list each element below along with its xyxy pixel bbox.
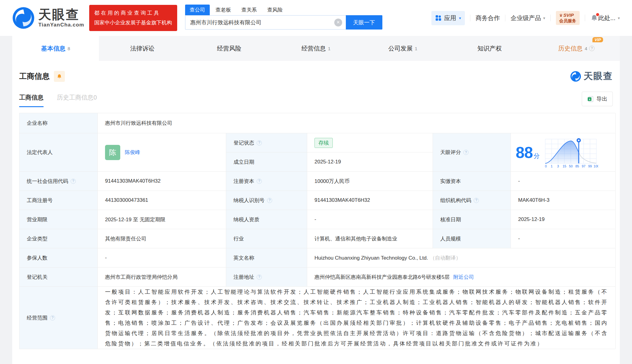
value-taxpayer-id: 91441303MAK40T6H32: [307, 191, 433, 210]
help-icon[interactable]: ?: [474, 198, 479, 203]
search-input[interactable]: [185, 15, 346, 30]
tab-label: 知识产权: [477, 44, 502, 53]
watermark-logo: 天眼查: [570, 70, 613, 82]
svg-text:99: 99: [588, 164, 592, 168]
subtab-row: 工商信息 历史工商信息0 x 导出: [19, 92, 613, 109]
value-company-type: 其他有限责任公司: [98, 229, 226, 248]
svg-text:15: 15: [563, 164, 566, 168]
label-insured-count: 参保人数: [27, 254, 47, 261]
nav-enterprise-products[interactable]: 企业级产品 ▾: [511, 14, 545, 22]
help-icon[interactable]: ?: [463, 150, 469, 155]
avatar[interactable]: 陈: [105, 145, 120, 160]
promo-badge: 都 在 用 的 商 业 查 询 工 具 国家中小企业发展子基金旗下机构: [89, 5, 177, 31]
subtab-business-info[interactable]: 工商信息: [19, 93, 44, 107]
tab-operation-risk[interactable]: 经营风险: [186, 36, 272, 61]
english-name-text: Huizhou Chuanxing Zhiyuan Technology Co.…: [314, 255, 428, 261]
help-icon[interactable]: ?: [71, 179, 76, 184]
label-approval-date: 核准日期: [440, 216, 461, 223]
value-staff-size: -: [511, 229, 616, 248]
search-tabs: 查公司 查老板 查关系 查风险: [185, 5, 382, 15]
watermark-brand: 天眼查: [584, 70, 613, 82]
svg-text:3: 3: [557, 164, 559, 168]
tab-count: 1: [415, 46, 417, 51]
label-industry: 行业: [233, 235, 244, 242]
clear-icon[interactable]: ×: [334, 19, 342, 26]
auto-translate-note: （自动翻译）: [430, 255, 461, 261]
help-icon[interactable]: ?: [50, 315, 55, 320]
value-taxpayer-qual: -: [307, 210, 433, 229]
export-button[interactable]: x 导出: [582, 92, 613, 106]
search-tab-risk[interactable]: 查风险: [263, 5, 287, 15]
value-company-name: 惠州市川行致远科技有限公司: [98, 113, 616, 133]
search-tab-company[interactable]: 查公司: [185, 5, 210, 15]
label-credit-code: 统一社会信用代码: [27, 178, 68, 185]
help-icon[interactable]: ?: [257, 275, 262, 280]
legal-rep-link[interactable]: 陈俊峰: [125, 149, 140, 156]
table-row: 法定代表人 陈 陈俊峰 登记状态? 存续 天眼评分? 88 分: [19, 133, 616, 152]
label-reg-capital: 注册资本: [233, 178, 254, 185]
nearby-companies-link[interactable]: 附近公司: [453, 274, 474, 280]
search-tab-boss[interactable]: 查老板: [211, 5, 236, 15]
promo-line2: 国家中小企业发展子基金旗下机构: [94, 18, 172, 28]
label-reg-status: 登记状态: [233, 139, 254, 146]
svip-membership-badge[interactable]: ♛SVIP 会员服务: [556, 11, 580, 25]
score-value: 88: [516, 143, 533, 162]
value-paid-capital: -: [511, 172, 616, 191]
value-reg-address: 惠州仲恺高新区惠南高新科技产业园惠泰北路6号研发楼5层附近公司: [307, 268, 616, 287]
notifications-button[interactable]: [590, 14, 598, 22]
tab-legal-litigation[interactable]: 法律诉讼: [99, 36, 186, 61]
tab-basic-info[interactable]: 基本信息8: [12, 36, 99, 61]
tab-count: 4: [585, 46, 587, 51]
divider: [505, 15, 505, 21]
status-badge: 存续: [314, 138, 333, 148]
help-icon[interactable]: ?: [257, 140, 262, 145]
chevron-down-icon: ▾: [618, 16, 620, 20]
value-business-scope: 一般项目：人工智能应用软件开发；人工智能理论与算法软件开发；人工智能硬件销售；人…: [98, 287, 616, 349]
tab-operation-info[interactable]: 经营信息1: [272, 36, 359, 61]
export-label: 导出: [596, 95, 607, 103]
chevron-down-icon: ▾: [459, 16, 461, 20]
company-nav-tabs: 基本信息8 法律诉讼 经营风险 经营信息1 公司发展1 知识产权 历史信息 4 …: [12, 36, 620, 61]
tab-label: 历史信息: [558, 44, 583, 53]
score-distribution-chart: 0 1 3 15 50 85 97 99 100: [545, 137, 598, 168]
label-taxpayer-qual: 纳税人资质: [233, 216, 259, 223]
label-company-type: 企业类型: [27, 235, 47, 242]
apps-menu[interactable]: 应用 ▾: [431, 11, 465, 25]
tianyancha-logo[interactable]: 天眼查 TianYanCha.com: [12, 7, 84, 29]
tab-company-development[interactable]: 公司发展1: [360, 36, 446, 61]
table-row: 统一社会信用代码? 91441303MAK40T6H32 注册资本? 10000…: [19, 172, 616, 191]
table-row: 企业类型 其他有限责任公司 行业 计算机、通信和其他电子设备制造业 人员规模 -: [19, 229, 616, 248]
search-button[interactable]: 天眼一下: [346, 15, 382, 30]
tab-intellectual-property[interactable]: 知识产权: [446, 36, 533, 61]
value-business-term: 2025-12-19 至 无固定期限: [98, 210, 226, 229]
help-icon[interactable]: ?: [589, 46, 595, 51]
tab-label: 法律诉讼: [130, 44, 155, 53]
tianyancha-logo-icon: [12, 7, 35, 29]
svg-text:85: 85: [575, 164, 579, 168]
help-icon[interactable]: ?: [257, 179, 262, 184]
help-icon[interactable]: ?: [267, 198, 272, 203]
search-tab-relation[interactable]: 查关系: [237, 5, 262, 15]
subtab-history-business-info[interactable]: 历史工商信息0: [57, 93, 97, 107]
value-reg-number: 441303000473361: [98, 191, 226, 210]
nav-business-coop[interactable]: 商务合作: [476, 14, 500, 22]
value-org-code: MAK40T6H-3: [511, 191, 616, 210]
tab-label: 经营信息: [301, 44, 326, 53]
value-industry: 计算机、通信和其他电子设备制造业: [307, 229, 433, 248]
svg-text:100: 100: [594, 164, 598, 168]
top-header: 天眼查 TianYanCha.com 都 在 用 的 商 业 查 询 工 具 国…: [0, 0, 632, 36]
label-reg-number: 工商注册号: [27, 197, 53, 204]
username: 此处...: [598, 14, 616, 22]
tianyan-score: 88 分: [516, 135, 610, 170]
tab-history-info[interactable]: 历史信息 4 ? VIP: [533, 36, 620, 61]
table-row: 营业期限 2025-12-19 至 无固定期限 纳税人资质 - 核准日期 202…: [19, 210, 616, 229]
notification-dot: [596, 13, 599, 16]
main-content: 工商信息 天眼查 工商信息 历史工商信息0 x 导出: [12, 61, 620, 364]
user-menu[interactable]: 此处... ▾: [598, 14, 620, 22]
value-english-name: Huizhou Chuanxing Zhiyuan Technology Co.…: [307, 248, 616, 268]
subscribe-bell-button[interactable]: [54, 71, 65, 82]
svip-sub-label: 会员服务: [559, 18, 576, 24]
label-org-code: 组织机构代码: [440, 197, 471, 204]
tab-count: 8: [68, 46, 70, 51]
value-reg-authority: 惠州市工商行政管理局仲恺分局: [98, 268, 226, 287]
